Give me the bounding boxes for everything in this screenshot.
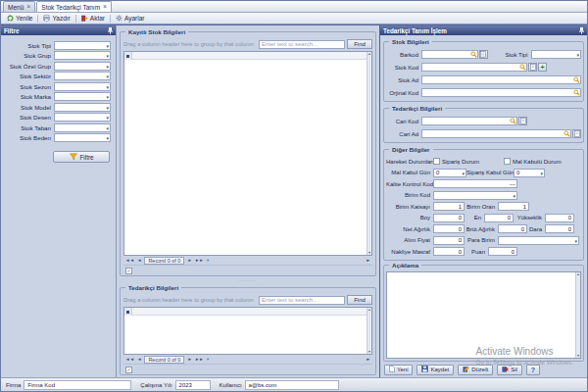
print-button[interactable]: Yazdır [40,14,73,24]
new-button[interactable]: Yeni [384,365,413,375]
cari-ad-input[interactable] [421,129,571,138]
scroll-up-icon[interactable]: ▲ [368,308,370,312]
scroll-up-icon[interactable]: ▲ [576,272,579,276]
alim-fiyat-input[interactable] [433,236,465,245]
siparis-kabul-gun-combo[interactable]: 0▾ [514,169,545,177]
magnifier-icon[interactable] [564,130,570,137]
stok-kod-field[interactable] [421,63,527,72]
birim-oran-input[interactable] [498,202,529,211]
stok-tipi-combo[interactable]: ▾ [531,50,581,59]
kalite-field[interactable]: — [433,179,517,188]
aciklama-scrollbar[interactable]: ▲ ▼ [575,272,580,359]
browse-button[interactable]: — [510,181,515,187]
magnifier-icon[interactable] [519,64,526,71]
filter-field-combo[interactable]: ▾ [54,123,111,132]
birim-kod-combo[interactable]: ▾ [433,191,517,200]
filter-field-combo[interactable]: ▾ [54,92,111,101]
stock-grid-scrollbar[interactable]: ▲ ▼ [367,52,371,255]
nav-append-button[interactable]: + [207,258,210,263]
nakliye-input[interactable] [433,247,465,256]
export-button[interactable]: Aktar [78,14,108,24]
orjinal-kod-field[interactable] [421,88,581,97]
barkod-field[interactable] [421,50,478,59]
settings-button[interactable]: Ayarlar [113,14,147,24]
pin-icon[interactable] [579,27,584,34]
edit-button[interactable]: Düzelt [458,365,493,375]
stok-kod-input[interactable] [421,63,527,72]
stok-ad-input[interactable] [421,75,581,84]
grid-footer-checkbox[interactable]: ✓ [125,268,132,274]
nav-prev-button[interactable]: ◄ [137,258,141,263]
net-agirlik-input[interactable] [433,224,465,233]
nav-append-button[interactable]: + [207,357,210,362]
yukseklik-input[interactable] [545,214,574,222]
cari-kod-list-button[interactable] [518,117,527,125]
magnifier-icon[interactable] [573,89,580,96]
save-button[interactable]: Kaydet [416,365,454,375]
grid-footer-checkbox[interactable]: ✓ [125,367,132,373]
supplier-search-input[interactable] [259,296,345,305]
cari-kod-field[interactable] [421,117,517,125]
filter-field-combo[interactable]: ▾ [54,72,111,80]
filter-field-combo[interactable]: ▾ [54,41,111,50]
nav-first-button[interactable]: ◄◄ [125,357,134,362]
stok-kod-add-button[interactable]: + [538,63,547,72]
nav-prev-button[interactable]: ◄ [137,357,141,362]
kalite-input[interactable] [433,179,517,188]
en-input[interactable] [484,214,514,222]
magnifier-icon[interactable] [470,51,477,58]
aciklama-textarea[interactable]: ▲ ▼ [386,271,581,360]
filter-field-combo[interactable]: ▾ [54,62,111,71]
cari-ad-field[interactable] [421,129,571,138]
stock-grid-area[interactable]: ▲ ▼ [123,51,372,256]
puan-input[interactable] [488,247,517,256]
magnifier-icon[interactable] [510,118,516,124]
nav-scroll-right-icon[interactable]: ► [367,357,370,362]
scroll-down-icon[interactable]: ▼ [368,251,370,255]
stok-kod-list-button[interactable] [528,63,537,72]
orjinal-kod-input[interactable] [421,88,581,97]
nav-next-button[interactable]: ► [187,357,191,362]
boy-input[interactable] [433,214,465,222]
help-button[interactable]: ? [526,365,540,375]
nav-first-button[interactable]: ◄◄ [125,258,134,263]
nav-scroll-right-icon[interactable]: ► [367,258,370,263]
barkod-list-button[interactable] [479,50,488,59]
mal-kabul-gun-combo[interactable]: 0▾ [433,169,466,177]
scroll-down-icon[interactable]: ▼ [368,350,370,354]
supplier-find-button[interactable]: Find [347,295,372,305]
dara-input[interactable] [545,224,574,233]
birim-katsayi-input[interactable] [433,202,465,211]
nav-last-button[interactable]: ►► [195,357,204,362]
filter-field-combo[interactable]: ▾ [54,133,111,142]
tab-menu[interactable]: Menü × [3,1,35,12]
filter-field-combo[interactable]: ▾ [54,82,111,91]
scroll-down-icon[interactable]: ▼ [576,354,579,358]
filter-field-combo[interactable]: ▾ [54,113,111,122]
nav-next-button[interactable]: ► [187,258,191,263]
filter-field-combo[interactable]: ▾ [54,51,111,60]
tab-stok-tedarikci-tanim[interactable]: Stok Tedarikçi Tanım × [36,1,112,12]
tab-close-icon[interactable]: × [103,4,107,10]
siparis-durum-checkbox[interactable] [433,158,440,165]
filter-field-combo[interactable]: ▾ [54,103,111,112]
magnifier-icon[interactable] [573,76,580,83]
tab-close-icon[interactable]: × [26,4,30,10]
splitter-handle[interactable]: ······ [120,276,376,283]
stok-ad-field[interactable] [421,75,581,84]
para-birim-combo[interactable]: ▾ [498,236,579,245]
supplier-grid-scrollbar[interactable]: ▲ ▼ [367,308,371,354]
pin-icon[interactable] [108,27,113,34]
scroll-up-icon[interactable]: ▲ [368,52,370,56]
filter-button[interactable]: Filtre [53,151,110,163]
brut-agirlik-input[interactable] [498,224,527,233]
stock-search-input[interactable] [259,40,345,49]
cari-kod-input[interactable] [421,117,517,125]
mal-kabul-durum-checkbox[interactable] [504,158,511,165]
refresh-button[interactable]: Yenile [4,14,35,24]
supplier-grid-area[interactable]: ▲ ▼ [123,307,372,355]
cari-ad-list-button[interactable] [572,129,581,138]
delete-button[interactable]: Sil [497,365,522,375]
nav-last-button[interactable]: ►► [195,258,204,263]
stock-find-button[interactable]: Find [347,39,372,49]
